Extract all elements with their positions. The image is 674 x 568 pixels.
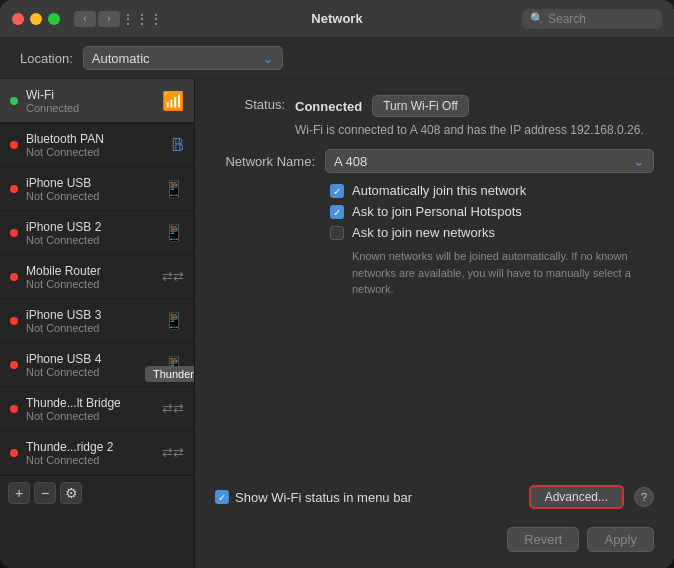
- network-name-row: Network Name: A 408 ⌄: [215, 149, 654, 173]
- auto-join-label: Automatically join this network: [352, 183, 526, 198]
- show-wifi-row: ✓ Show Wi-Fi status in menu bar: [215, 490, 412, 505]
- status-dot-iphone-usb2: [10, 229, 18, 237]
- settings-button[interactable]: ⚙: [60, 482, 82, 504]
- location-bar: Location: Automatic ⌄: [0, 38, 674, 79]
- window-title: Network: [311, 11, 362, 26]
- search-icon: 🔍: [530, 12, 544, 25]
- iphone-usb4-status: Not Connected: [26, 366, 156, 378]
- maximize-button[interactable]: [48, 13, 60, 25]
- main-panel: Status: Connected Turn Wi-Fi Off Wi-Fi i…: [195, 79, 674, 568]
- sidebar-item-iphone-usb3[interactable]: iPhone USB 3 Not Connected 📱: [0, 299, 194, 343]
- thunderbolt-status: Not Connected: [26, 410, 154, 422]
- network-name-value: A 408: [334, 154, 627, 169]
- mobile-router-item-text: Mobile Router Not Connected: [26, 264, 154, 290]
- forward-button[interactable]: ›: [98, 11, 120, 27]
- iphone-usb-item-text: iPhone USB Not Connected: [26, 176, 156, 202]
- turn-off-wifi-button[interactable]: Turn Wi-Fi Off: [372, 95, 469, 117]
- thunderbolt-name: Thunde...lt Bridge: [26, 396, 154, 410]
- ask-new-label: Ask to join new networks: [352, 225, 495, 240]
- location-select[interactable]: Automatic ⌄: [83, 46, 283, 70]
- status-text: Connected: [295, 99, 362, 114]
- auto-join-row: ✓ Automatically join this network: [330, 183, 654, 198]
- iphone-usb2-item-text: iPhone USB 2 Not Connected: [26, 220, 156, 246]
- iphone-usb-status: Not Connected: [26, 190, 156, 202]
- phone3-icon: 📱: [164, 311, 184, 330]
- buttons-row: Revert Apply: [215, 519, 654, 552]
- sidebar-item-thunderbolt-bridge[interactable]: Thunde...lt Bridge Not Connected ⇄⇄ Thun…: [0, 387, 194, 431]
- ask-hotspots-checkbox[interactable]: ✓: [330, 205, 344, 219]
- phone-icon: 📱: [164, 179, 184, 198]
- help-button[interactable]: ?: [634, 487, 654, 507]
- add-network-button[interactable]: +: [8, 482, 30, 504]
- search-input[interactable]: [548, 12, 654, 26]
- iphone-usb-name: iPhone USB: [26, 176, 156, 190]
- wifi-name: Wi-Fi: [26, 88, 154, 102]
- chevron-down-icon: ⌄: [262, 50, 274, 66]
- bluetooth-item-text: Bluetooth PAN Not Connected: [26, 132, 163, 158]
- sidebar-item-mobile-router[interactable]: Mobile Router Not Connected ⇄⇄: [0, 255, 194, 299]
- location-value: Automatic: [92, 51, 256, 66]
- sidebar-item-iphone-usb[interactable]: iPhone USB Not Connected 📱: [0, 167, 194, 211]
- close-button[interactable]: [12, 13, 24, 25]
- sidebar: Wi-Fi Connected 📶 Bluetooth PAN Not Conn…: [0, 79, 195, 568]
- iphone-usb3-status: Not Connected: [26, 322, 156, 334]
- search-box[interactable]: 🔍: [522, 9, 662, 29]
- tooltip-thunderbolt: Thunderbolt Bridge: [145, 366, 195, 382]
- ask-hotspots-label: Ask to join Personal Hotspots: [352, 204, 522, 219]
- bottom-bar: ✓ Show Wi-Fi status in menu bar Advanced…: [215, 485, 654, 509]
- thunderbolt2-item-text: Thunde...ridge 2 Not Connected: [26, 440, 154, 466]
- iphone-usb2-status: Not Connected: [26, 234, 156, 246]
- iphone-usb3-item-text: iPhone USB 3 Not Connected: [26, 308, 156, 334]
- auto-join-checkbox[interactable]: ✓: [330, 184, 344, 198]
- minimize-button[interactable]: [30, 13, 42, 25]
- sidebar-item-thunderbolt-bridge2[interactable]: Thunde...ridge 2 Not Connected ⇄⇄: [0, 431, 194, 475]
- sidebar-item-iphone-usb2[interactable]: iPhone USB 2 Not Connected 📱: [0, 211, 194, 255]
- phone2-icon: 📱: [164, 223, 184, 242]
- ask-hotspots-row: ✓ Ask to join Personal Hotspots: [330, 204, 654, 219]
- ask-new-row: Ask to join new networks: [330, 225, 654, 240]
- iphone-usb2-name: iPhone USB 2: [26, 220, 156, 234]
- status-label: Status:: [215, 95, 285, 112]
- checkmark2-icon: ✓: [333, 207, 341, 218]
- thunderbolt2-status: Not Connected: [26, 454, 154, 466]
- advanced-button[interactable]: Advanced...: [529, 485, 624, 509]
- back-button[interactable]: ‹: [74, 11, 96, 27]
- status-row: Status: Connected Turn Wi-Fi Off Wi-Fi i…: [215, 95, 654, 139]
- checkbox-info-text: Known networks will be joined automatica…: [352, 248, 654, 298]
- thunderbolt-icon: ⇄⇄: [162, 401, 184, 416]
- bluetooth-status: Not Connected: [26, 146, 163, 158]
- sidebar-item-bluetooth-pan[interactable]: Bluetooth PAN Not Connected 𝔹: [0, 123, 194, 167]
- mobile-router-status: Not Connected: [26, 278, 154, 290]
- iphone-usb4-item-text: iPhone USB 4 Not Connected: [26, 352, 156, 378]
- mobile-router-name: Mobile Router: [26, 264, 154, 278]
- router-icon: ⇄⇄: [162, 269, 184, 284]
- bluetooth-name: Bluetooth PAN: [26, 132, 163, 146]
- status-connected: Connected Turn Wi-Fi Off: [295, 95, 654, 117]
- iphone-usb3-name: iPhone USB 3: [26, 308, 156, 322]
- show-wifi-checkbox[interactable]: ✓: [215, 490, 229, 504]
- content-area: Wi-Fi Connected 📶 Bluetooth PAN Not Conn…: [0, 79, 674, 568]
- apply-button[interactable]: Apply: [587, 527, 654, 552]
- sidebar-item-wifi[interactable]: Wi-Fi Connected 📶: [0, 79, 194, 123]
- ask-new-checkbox[interactable]: [330, 226, 344, 240]
- nav-buttons: ‹ ›: [74, 11, 120, 27]
- status-dot-wifi: [10, 97, 18, 105]
- network-chevron-icon: ⌄: [633, 153, 645, 169]
- remove-network-button[interactable]: −: [34, 482, 56, 504]
- status-dot-thunderbolt: [10, 405, 18, 413]
- location-label: Location:: [20, 51, 73, 66]
- network-name-label: Network Name:: [215, 154, 315, 169]
- revert-button[interactable]: Revert: [507, 527, 579, 552]
- status-description: Wi-Fi is connected to A 408 and has the …: [295, 121, 654, 139]
- network-window: ‹ › ⋮⋮⋮ Network 🔍 Location: Automatic ⌄ …: [0, 0, 674, 568]
- checkboxes-area: ✓ Automatically join this network ✓ Ask …: [330, 183, 654, 298]
- titlebar: ‹ › ⋮⋮⋮ Network 🔍: [0, 0, 674, 38]
- wifi-item-text: Wi-Fi Connected: [26, 88, 154, 114]
- bluetooth-icon: 𝔹: [171, 134, 184, 156]
- show-wifi-checkmark-icon: ✓: [218, 492, 226, 503]
- wifi-icon: 📶: [162, 90, 184, 112]
- sidebar-actions: + − ⚙: [0, 475, 194, 510]
- grid-button[interactable]: ⋮⋮⋮: [132, 11, 152, 27]
- network-name-select[interactable]: A 408 ⌄: [325, 149, 654, 173]
- status-dot-iphone-usb: [10, 185, 18, 193]
